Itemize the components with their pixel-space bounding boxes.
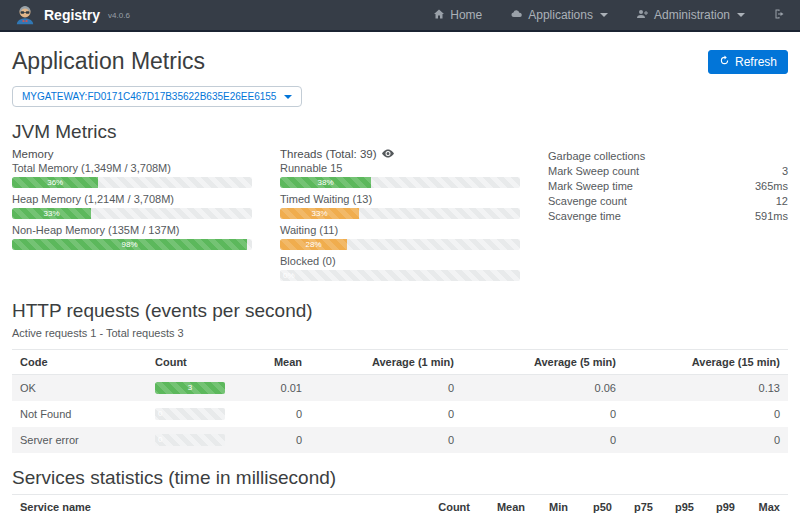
page-title: Application Metrics: [12, 48, 205, 75]
nav-administration[interactable]: Administration: [636, 8, 745, 23]
refresh-button[interactable]: Refresh: [708, 50, 788, 74]
memory-title: Memory: [12, 148, 252, 160]
gc-row: Scavenge count12: [548, 193, 788, 208]
progress-bar: 33%: [280, 208, 520, 219]
gc-column: Garbage collections Mark Sweep count3Mar…: [548, 148, 788, 286]
gc-value: 3: [782, 165, 788, 177]
user-plus-icon: [636, 8, 649, 23]
http-value-cell: 0: [624, 427, 788, 453]
http-value-cell: 0: [462, 427, 624, 453]
http-count-cell: 3: [147, 375, 262, 402]
http-value-cell: 0.06: [462, 375, 624, 402]
nav-applications[interactable]: Applications: [510, 8, 608, 23]
brand-name: Registry: [44, 7, 100, 23]
progress-bar: 38%: [280, 177, 520, 188]
jvm-metrics-grid: Memory Total Memory (1,349M / 3,708M)36%…: [12, 148, 788, 286]
progress-bar: 3: [155, 382, 225, 394]
http-col-header: Average (15 min): [624, 350, 788, 375]
threads-column: Threads (Total: 39) Runnable 1538%Timed …: [280, 148, 520, 286]
progress-percent-label: 3: [188, 383, 192, 392]
metric-label: Non-Heap Memory (135M / 137M): [12, 224, 252, 236]
http-col-header: Average (5 min): [462, 350, 624, 375]
progress-bar: 0: [155, 434, 225, 446]
navbar: Registry v4.0.6 Home Applications Admini…: [0, 0, 800, 32]
gc-row: Mark Sweep count3: [548, 163, 788, 178]
metric-label: Timed Waiting (13): [280, 193, 520, 205]
http-requests-table: CodeCountMeanAverage (1 min)Average (5 m…: [12, 349, 788, 453]
services-statistics-table: Service nameCountMeanMinp50p75p95p99Max …: [12, 494, 788, 518]
progress-percent-label: 33%: [312, 209, 328, 218]
gc-label: Mark Sweep count: [548, 165, 639, 177]
gc-value: 365ms: [755, 180, 788, 192]
http-code-cell: Not Found: [12, 401, 147, 427]
progress-percent-label: 28%: [306, 240, 322, 249]
progress-percent-label: 38%: [318, 178, 334, 187]
progress-percent-label: 0: [158, 409, 162, 418]
metric-label: Heap Memory (1,214M / 3,708M): [12, 193, 252, 205]
instance-selector-label: MYGATEWAY:FD0171C467D17B35622B635E26EE61…: [22, 91, 276, 102]
http-col-header: Code: [12, 350, 147, 375]
gc-title: Garbage collections: [548, 150, 645, 162]
http-value-cell: 0: [262, 427, 310, 453]
instance-selector-dropdown[interactable]: MYGATEWAY:FD0171C467D17B35622B635E26EE61…: [12, 86, 302, 107]
nav-home-label: Home: [450, 8, 482, 22]
http-col-header: Average (1 min): [310, 350, 462, 375]
http-value-cell: 0: [462, 401, 624, 427]
http-col-header: Mean: [262, 350, 310, 375]
http-value-cell: 0.01: [262, 375, 310, 402]
http-code-cell: OK: [12, 375, 147, 402]
http-value-cell: 0: [310, 375, 462, 402]
nav-administration-label: Administration: [654, 8, 730, 22]
services-col-header: p99: [702, 495, 743, 518]
nav-home[interactable]: Home: [433, 8, 482, 23]
progress-percent-label: 0%: [283, 271, 295, 280]
http-requests-subtitle: Active requests 1 - Total requests 3: [12, 327, 788, 339]
services-col-header: Mean: [478, 495, 533, 518]
metric-label: Runnable 15: [280, 162, 520, 174]
cloud-icon: [510, 8, 523, 23]
progress-bar: 0: [155, 408, 225, 420]
services-col-header: Count: [426, 495, 478, 518]
chevron-down-icon: [737, 13, 745, 17]
metric-label: Total Memory (1,349M / 3,708M): [12, 162, 252, 174]
progress-percent-label: 98%: [122, 240, 138, 249]
gc-label: Scavenge count: [548, 195, 627, 207]
http-value-cell: 0.13: [624, 375, 788, 402]
services-statistics-title: Services statistics (time in millisecond…: [12, 467, 788, 489]
nav-applications-label: Applications: [528, 8, 593, 22]
services-col-header: p95: [661, 495, 702, 518]
table-row: OK30.0100.060.13: [12, 375, 788, 402]
table-row: Server error00000: [12, 427, 788, 453]
http-value-cell: 0: [624, 401, 788, 427]
metric-label: Waiting (11): [280, 224, 520, 236]
http-count-cell: 0: [147, 427, 262, 453]
services-col-header: p50: [576, 495, 620, 518]
nav-signout[interactable]: [773, 8, 786, 23]
jvm-metrics-title: JVM Metrics: [12, 121, 788, 143]
progress-percent-label: 33%: [44, 209, 60, 218]
http-value-cell: 0: [310, 401, 462, 427]
progress-bar: 36%: [12, 177, 252, 188]
services-col-header: Service name: [12, 495, 426, 518]
http-code-cell: Server error: [12, 427, 147, 453]
metric-label: Blocked (0): [280, 255, 520, 267]
http-count-cell: 0: [147, 401, 262, 427]
gc-value: 12: [776, 195, 788, 207]
http-value-cell: 0: [310, 427, 462, 453]
services-col-header: p75: [620, 495, 661, 518]
services-col-header: Min: [533, 495, 576, 518]
gc-title-row: Garbage collections: [548, 148, 788, 163]
chevron-down-icon: [284, 95, 292, 99]
brand[interactable]: Registry v4.0.6: [14, 3, 130, 28]
sign-out-icon: [773, 8, 786, 23]
progress-percent-label: 36%: [47, 178, 63, 187]
progress-bar: 28%: [280, 239, 520, 250]
brand-version: v4.0.6: [108, 11, 130, 20]
progress-bar: 33%: [12, 208, 252, 219]
progress-percent-label: 0: [158, 435, 162, 444]
progress-bar: 0%: [280, 270, 520, 281]
eye-icon[interactable]: [382, 148, 394, 160]
gc-row: Mark Sweep time365ms: [548, 178, 788, 193]
http-col-header: Count: [147, 350, 262, 375]
gc-value: 591ms: [755, 210, 788, 222]
